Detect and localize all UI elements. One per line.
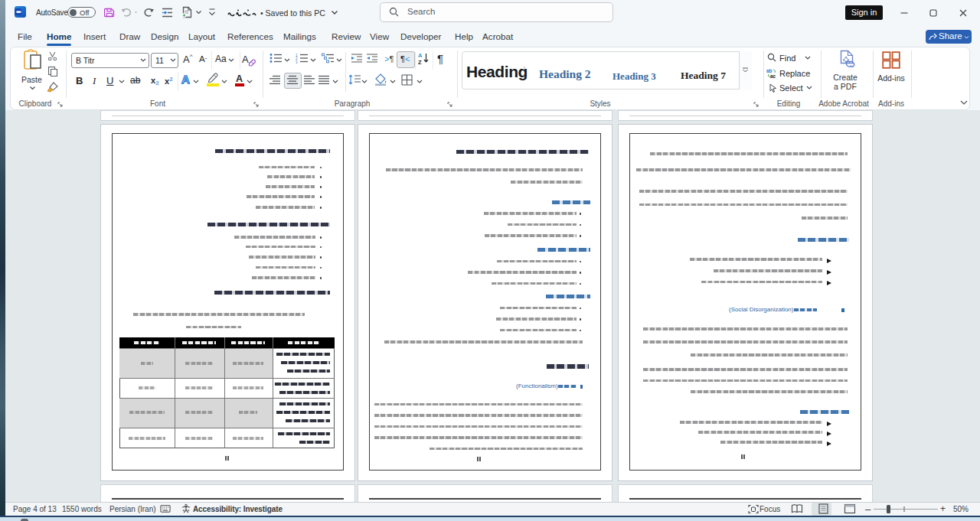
svg-text:3: 3 [296, 60, 298, 64]
svg-text:ab: ab [766, 68, 773, 73]
svg-text:ac: ac [770, 73, 776, 79]
svg-text:Z: Z [418, 59, 422, 65]
